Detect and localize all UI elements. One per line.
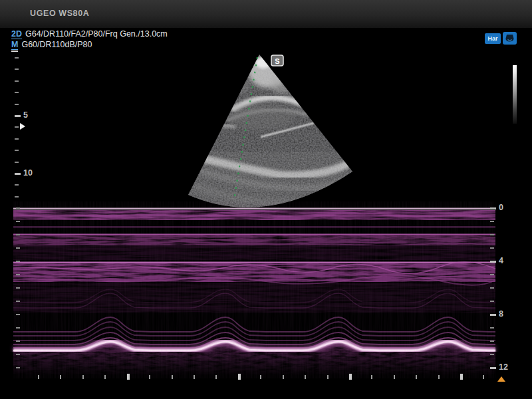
ruler-label: 8 — [499, 309, 503, 319]
focus-marker[interactable] — [20, 123, 25, 130]
ruler-tick — [16, 234, 20, 235]
2d-image[interactable]: S — [0, 52, 532, 211]
time-tick — [104, 375, 106, 379]
ruler-tick — [16, 354, 20, 355]
params-2d: G64/DR110/FA2/P80/Frq Gen./13.0cm — [25, 29, 168, 39]
time-tick — [38, 375, 39, 379]
ruler-tick — [490, 274, 494, 275]
params-m: G60/DR110dB/P80 — [21, 40, 92, 49]
time-tick — [82, 375, 84, 379]
ruler-tick: 10 — [15, 173, 21, 175]
ruler-label: 12 — [499, 362, 508, 372]
time-tick — [483, 375, 484, 379]
ruler-label: 5 — [23, 110, 28, 120]
time-tick — [327, 375, 329, 379]
ruler-tick: 12 — [490, 367, 496, 369]
time-tick — [416, 375, 417, 379]
ruler-tick: 0 — [490, 207, 496, 209]
time-tick — [238, 374, 241, 380]
time-tick — [215, 375, 217, 379]
time-tick — [394, 375, 395, 379]
ruler-tick — [16, 207, 20, 209]
ruler-tick — [16, 274, 20, 275]
ruler-tick — [16, 247, 20, 249]
ruler-tick — [15, 162, 19, 163]
ruler-tick — [16, 261, 20, 262]
ultrasound-screen: UGEO WS80A 2DG64/DR110/FA2/P80/Frq Gen./… — [0, 0, 532, 399]
ruler-tick — [490, 247, 494, 249]
ruler-tick — [15, 196, 19, 198]
mode-2d-label: 2D — [11, 29, 22, 39]
time-tick — [60, 375, 61, 379]
ruler-tick — [490, 327, 494, 329]
time-tick — [194, 375, 195, 379]
time-tick — [149, 375, 150, 379]
ruler-tick — [15, 126, 19, 128]
mode-m-label: M — [11, 40, 18, 50]
ruler-label: 4 — [499, 256, 503, 265]
ruler-tick — [15, 80, 19, 82]
ruler-label: 10 — [23, 168, 33, 178]
ruler-tick — [16, 340, 20, 342]
ruler-tick — [490, 354, 494, 355]
orientation-marker: S — [271, 55, 283, 66]
status-line-m: MG60/DR110dB/P80 — [11, 40, 92, 49]
time-tick — [305, 375, 306, 379]
machine-title: UGEO WS80A — [30, 9, 89, 18]
ruler-label: 0 — [499, 203, 503, 212]
status-line-2d: 2DG64/DR110/FA2/P80/Frq Gen./13.0cm — [11, 29, 168, 39]
time-tick — [371, 375, 372, 379]
svg-text:S: S — [275, 57, 279, 65]
time-tick — [127, 374, 130, 380]
2d-sector: S — [188, 55, 354, 211]
ruler-tick — [490, 340, 494, 342]
ruler-tick: 8 — [490, 314, 496, 316]
ruler-tick — [15, 138, 19, 140]
ruler-tick — [15, 92, 19, 93]
ruler-tick — [490, 301, 494, 302]
ruler-tick — [16, 327, 20, 329]
time-tick — [283, 375, 284, 379]
ruler-tick — [16, 301, 20, 302]
ruler-tick: 5 — [15, 115, 21, 117]
ruler-tick — [490, 287, 494, 289]
ruler-tick — [490, 221, 494, 222]
ruler-tick — [15, 57, 19, 59]
time-tick — [172, 375, 173, 379]
ruler-tick — [16, 221, 20, 222]
harmonic-badge: Har — [485, 33, 501, 44]
ruler-tick — [490, 234, 494, 235]
time-tick — [460, 374, 463, 380]
probe-icon — [503, 32, 517, 45]
ruler-tick — [15, 184, 19, 186]
ruler-tick: 4 — [490, 261, 496, 263]
ruler-tick — [16, 367, 20, 368]
time-tick — [438, 375, 440, 379]
ruler-tick — [15, 68, 19, 70]
time-tick — [349, 374, 352, 380]
mmode-trace[interactable] — [0, 201, 505, 378]
title-bar: UGEO WS80A — [0, 0, 532, 28]
ruler-tick — [16, 287, 20, 289]
probe-icon-glyph — [505, 33, 515, 43]
ruler-tick — [15, 104, 19, 105]
ruler-tick — [16, 314, 20, 315]
time-tick — [260, 375, 261, 379]
mmode-vertical-noise — [13, 201, 495, 378]
sweep-position-marker — [497, 376, 505, 382]
ruler-tick — [15, 150, 19, 151]
